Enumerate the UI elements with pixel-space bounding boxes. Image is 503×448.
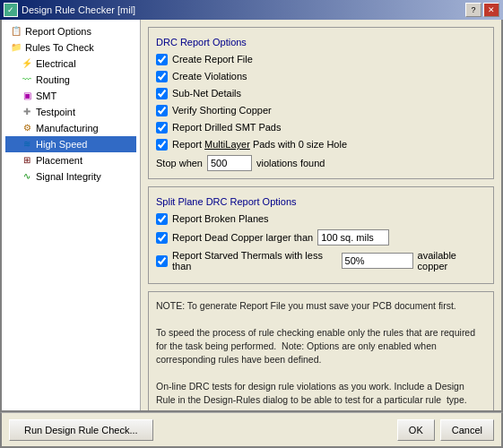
drc-section-title: DRC Report Options	[156, 37, 486, 47]
sidebar-label-placement: Placement	[36, 153, 82, 168]
folder-icon: 📁	[9, 40, 23, 55]
placement-icon: ⊞	[20, 153, 34, 168]
sidebar-item-testpoint[interactable]: ✚ Testpoint	[5, 104, 136, 120]
smt-icon: ▣	[20, 89, 34, 103]
testpoint-icon: ✚	[20, 105, 34, 119]
sidebar-item-signal-integrity[interactable]: ∿ Signal Integrity	[5, 168, 136, 185]
create-report-file-label[interactable]: Create Report File	[172, 53, 253, 65]
routing-icon: 〰	[20, 73, 34, 87]
available-copper-label: available copper	[418, 250, 486, 271]
report-dead-copper-label[interactable]: Report Dead Copper larger than	[172, 232, 313, 243]
sidebar-label-routing: Routing	[36, 73, 70, 87]
note-text: NOTE: To generate Report File you must s…	[156, 300, 475, 405]
report-starved-thermals-checkbox[interactable]	[156, 255, 168, 267]
bottom-left: Run Design Rule Check...	[9, 419, 153, 441]
cancel-button[interactable]: Cancel	[440, 419, 494, 441]
sidebar-label-rules-to-check: Rules To Check	[25, 40, 94, 55]
dialog-body: 📋 Report Options 📁 Rules To Check ⚡ Elec…	[0, 20, 503, 412]
split-plane-section: Split Plane DRC Report Options Report Br…	[148, 186, 494, 284]
sidebar-item-smt[interactable]: ▣ SMT	[5, 88, 136, 104]
sidebar-label-testpoint: Testpoint	[36, 105, 75, 119]
subnet-details-label[interactable]: Sub-Net Details	[172, 87, 241, 99]
left-panel: 📋 Report Options 📁 Rules To Check ⚡ Elec…	[2, 20, 141, 410]
multilayer-underline: MultiLayer	[204, 139, 250, 150]
split-plane-section-title: Split Plane DRC Report Options	[156, 196, 486, 207]
create-violations-row: Create Violations	[156, 70, 486, 82]
help-button[interactable]: ?	[465, 3, 481, 17]
report-dead-copper-row: Report Dead Copper larger than	[156, 229, 486, 246]
note-box: NOTE: To generate Report File you must s…	[148, 291, 494, 410]
report-starved-thermals-row: Report Starved Thermals with less than a…	[156, 250, 486, 271]
subnet-details-row: Sub-Net Details	[156, 87, 486, 99]
verify-shorting-copper-label[interactable]: Verify Shorting Copper	[172, 104, 272, 116]
sidebar-item-routing[interactable]: 〰 Routing	[5, 72, 136, 88]
report-multilayer-pads-label[interactable]: Report MultiLayer Pads with 0 size Hole	[172, 138, 347, 151]
report-broken-planes-checkbox[interactable]	[156, 213, 168, 225]
sidebar-label-report-options: Report Options	[25, 24, 91, 39]
run-design-rule-check-button[interactable]: Run Design Rule Check...	[9, 419, 153, 441]
sidebar-item-placement[interactable]: ⊞ Placement	[5, 152, 136, 168]
bottom-bar: Run Design Rule Check... OK Cancel	[0, 412, 503, 448]
folder-icon: 📋	[9, 24, 23, 39]
sidebar-label-high-speed: High Speed	[36, 137, 88, 151]
close-button[interactable]: ✕	[483, 3, 499, 17]
window-title: Design Rule Checker [mil]	[22, 4, 135, 15]
verify-shorting-copper-checkbox[interactable]	[156, 105, 168, 116]
sidebar-label-signal-integrity: Signal Integrity	[36, 169, 101, 184]
dead-copper-input[interactable]	[317, 229, 389, 246]
report-dead-copper-checkbox[interactable]	[156, 232, 168, 244]
create-violations-label[interactable]: Create Violations	[172, 70, 247, 82]
sidebar-label-manufacturing: Manufacturing	[36, 121, 99, 135]
starved-thermals-input[interactable]	[342, 253, 413, 269]
create-report-file-checkbox[interactable]	[156, 54, 168, 65]
stop-when-input[interactable]	[207, 155, 252, 171]
create-violations-checkbox[interactable]	[156, 71, 168, 82]
sidebar-item-high-speed[interactable]: ≋ High Speed	[5, 136, 136, 152]
sidebar-item-rules-to-check[interactable]: 📁 Rules To Check	[5, 39, 136, 56]
report-drilled-smt-pads-label[interactable]: Report Drilled SMT Pads	[172, 121, 281, 134]
report-broken-planes-label[interactable]: Report Broken Planes	[172, 212, 269, 225]
report-drilled-smt-pads-row: Report Drilled SMT Pads	[156, 121, 486, 134]
verify-shorting-copper-row: Verify Shorting Copper	[156, 104, 486, 116]
stop-when-prefix: Stop when	[156, 158, 203, 168]
stop-when-row: Stop when violations found	[156, 155, 486, 171]
electrical-icon: ⚡	[20, 56, 34, 71]
sidebar-item-report-options[interactable]: 📋 Report Options	[5, 23, 136, 39]
bottom-right: OK Cancel	[397, 419, 494, 441]
title-bar: ✓ Design Rule Checker [mil] ? ✕	[0, 0, 503, 20]
ok-button[interactable]: OK	[397, 419, 435, 441]
subnet-details-checkbox[interactable]	[156, 88, 168, 99]
report-multilayer-pads-checkbox[interactable]	[156, 139, 168, 151]
highspeed-icon: ≋	[20, 137, 34, 151]
app-icon: ✓	[4, 3, 18, 17]
sidebar-item-manufacturing[interactable]: ⚙ Manufacturing	[5, 120, 136, 136]
manufacturing-icon: ⚙	[20, 121, 34, 135]
create-report-file-row: Create Report File	[156, 53, 486, 65]
sidebar-label-electrical: Electrical	[36, 56, 76, 71]
sidebar-item-electrical[interactable]: ⚡ Electrical	[5, 56, 136, 72]
drc-report-section: DRC Report Options Create Report File Cr…	[148, 27, 494, 179]
report-drilled-smt-pads-checkbox[interactable]	[156, 122, 168, 134]
stop-when-suffix: violations found	[256, 158, 325, 168]
report-broken-planes-row: Report Broken Planes	[156, 212, 486, 225]
report-multilayer-pads-row: Report MultiLayer Pads with 0 size Hole	[156, 138, 486, 151]
sidebar-label-smt: SMT	[36, 89, 56, 103]
report-starved-thermals-label[interactable]: Report Starved Thermals with less than	[172, 250, 337, 271]
right-panel: DRC Report Options Create Report File Cr…	[141, 20, 501, 410]
signal-icon: ∿	[20, 169, 34, 184]
